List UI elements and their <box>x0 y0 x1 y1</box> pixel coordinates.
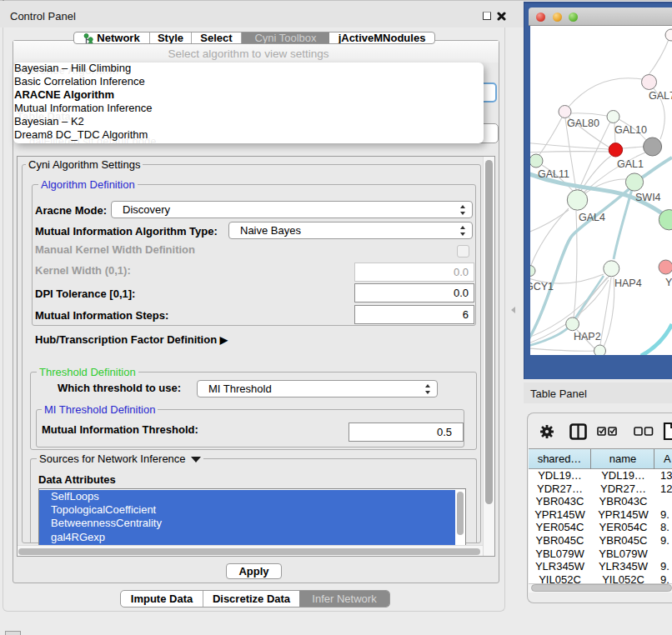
svg-text:GAL80: GAL80 <box>567 118 599 129</box>
svg-text:YM: YM <box>665 277 672 288</box>
svg-text:HAP4: HAP4 <box>614 278 642 289</box>
svg-text:GAL10: GAL10 <box>614 124 647 136</box>
svg-text:GCY1: GCY1 <box>530 281 554 292</box>
svg-text:GAL11: GAL11 <box>538 168 569 180</box>
svg-text:HAP2: HAP2 <box>574 331 601 342</box>
svg-text:GAL1: GAL1 <box>617 158 644 170</box>
svg-text:GAL4: GAL4 <box>579 212 605 223</box>
svg-text:GAL7: GAL7 <box>649 90 672 102</box>
svg-text:SWI4: SWI4 <box>635 192 661 203</box>
